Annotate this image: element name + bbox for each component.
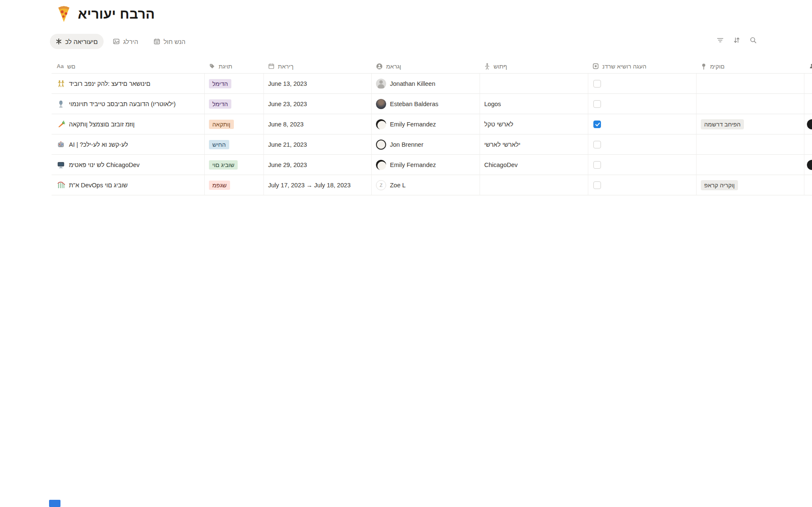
event-name-cell[interactable]: AI | ?כלי-על או נשק-על (52, 134, 205, 155)
date-cell[interactable]: July 17, 2023 → July 18, 2023 (264, 175, 372, 195)
tag-pill[interactable]: מפגש (209, 181, 230, 190)
partner-cell[interactable]: לקט ישראל (480, 114, 588, 134)
filter-icon[interactable] (716, 36, 724, 44)
tags-cell[interactable]: יום גיבוש (205, 155, 264, 175)
person-icon (484, 63, 490, 70)
tags-cell[interactable]: למידה (205, 74, 264, 94)
organizer-cell[interactable]: Esteban Balderas (372, 94, 480, 114)
rsvp-checkbox[interactable] (593, 141, 601, 148)
column-label: תגיות (219, 63, 232, 70)
tab-gallery[interactable]: גלריה (107, 34, 144, 49)
partner-cell[interactable] (480, 74, 588, 94)
tag-icon (209, 63, 215, 69)
organizer-cell[interactable]: Emily Fernandez (372, 155, 480, 175)
partner-cell[interactable]: ChicagoDev (480, 155, 588, 175)
sort-icon[interactable] (733, 36, 741, 44)
tag-pill[interactable]: שיחה (209, 140, 229, 149)
partner-cell[interactable]: ישראל ישראלי (480, 134, 588, 155)
text-icon: Aa (57, 63, 64, 69)
tags-cell[interactable]: למידה (205, 94, 264, 114)
partial-cell[interactable] (804, 175, 812, 195)
column-header-date[interactable]: תאריך (264, 59, 372, 74)
rsvp-cell[interactable] (588, 175, 697, 195)
event-name-cell[interactable]: מיטאפ יוני של ChicagoDev (52, 155, 205, 175)
organizer-cell[interactable]: Jon Brenner (372, 134, 480, 155)
organizer-cell[interactable]: Jonathan Killeen (372, 74, 480, 94)
event-name-cell[interactable]: ת"א DevOps יום גיבוש (52, 175, 205, 195)
person-circle-icon (376, 63, 383, 70)
rsvp-checkbox[interactable] (593, 80, 601, 88)
column-header-name[interactable]: Aa שם (52, 59, 205, 74)
tags-cell[interactable]: מפגש (205, 175, 264, 195)
rsvp-checkbox[interactable] (593, 121, 601, 128)
tag-pill[interactable]: למידה (209, 79, 231, 88)
rsvp-cell[interactable] (588, 134, 697, 155)
location-pill[interactable]: המשרד בחיפה (701, 119, 744, 129)
people-icon (809, 63, 812, 70)
partial-cell[interactable] (804, 114, 812, 134)
tab-all-events[interactable]: כל האירועים (50, 34, 104, 49)
tag-pill[interactable]: האקתון (209, 120, 234, 129)
rsvp-cell[interactable] (588, 155, 697, 175)
column-header-tags[interactable]: תגיות (205, 59, 264, 74)
partial-cell[interactable] (804, 94, 812, 114)
column-label: נדרש אישור הגעה (602, 63, 646, 70)
partial-cell[interactable] (804, 134, 812, 155)
calendar-icon (268, 63, 274, 69)
rsvp-cell[interactable] (588, 94, 697, 114)
location-pill[interactable]: פארק הירקון (701, 180, 738, 190)
column-label: מארגן (386, 63, 401, 70)
organizer-name: Zoe L (390, 182, 406, 189)
tags-cell[interactable]: האקתון (205, 114, 264, 134)
date-cell[interactable]: June 13, 2023 (264, 74, 372, 94)
column-header-partner[interactable]: שותף (480, 59, 588, 74)
partner-cell[interactable]: Logos (480, 94, 588, 114)
location-cell[interactable] (697, 155, 804, 175)
organizer-cell[interactable]: Emily Fernandez (372, 114, 480, 134)
organizer-cell[interactable]: Z Zoe L (372, 175, 480, 195)
partial-cell[interactable] (804, 155, 812, 175)
event-name: מיטאפ יוני של ChicagoDev (69, 162, 140, 168)
table-row: האקתון לצמצום בזבוז מזון האקתון June 8, … (52, 114, 812, 134)
location-cell[interactable]: פארק הירקון (697, 175, 804, 195)
carrot-icon (57, 120, 65, 129)
search-icon[interactable] (749, 36, 757, 44)
rsvp-cell[interactable] (588, 114, 697, 134)
column-label: תאריך (278, 63, 294, 70)
rsvp-checkbox[interactable] (593, 100, 601, 108)
location-cell[interactable] (697, 134, 804, 155)
tag-pill[interactable]: למידה (209, 99, 231, 109)
date-cell[interactable]: June 21, 2023 (264, 134, 372, 155)
column-label: מיקום (710, 63, 724, 70)
rsvp-cell[interactable] (588, 74, 697, 94)
tab-calendar[interactable]: לוח שנה (148, 34, 192, 49)
column-header-rsvp[interactable]: נדרש אישור הגעה (588, 59, 697, 74)
bottom-left-blue-fragment (49, 500, 60, 507)
column-label: שותף (494, 63, 507, 70)
tag-pill[interactable]: יום גיבוש (209, 160, 238, 170)
location-cell[interactable] (697, 74, 804, 94)
event-name-cell[interactable]: יומנויות דיבייט בסביבת העבודה (וירטואלי) (52, 94, 205, 114)
column-header-organizer[interactable]: מארגן (372, 59, 480, 74)
partner-cell[interactable] (480, 175, 588, 195)
table-row: ת"א DevOps יום גיבוש מפגש July 17, 2023 … (52, 175, 812, 195)
location-cell[interactable]: המשרד בחיפה (697, 114, 804, 134)
date-value: June 29, 2023 (268, 162, 307, 168)
organizer-name: Emily Fernandez (390, 162, 436, 168)
desktop-computer-icon (57, 161, 65, 169)
event-name-cell[interactable]: דיבור בפני קהל: צעדים ראשונים (52, 74, 205, 94)
rsvp-checkbox[interactable] (593, 161, 601, 169)
tags-cell[interactable]: שיחה (205, 134, 264, 155)
event-name: האקתון לצמצום בזבוז מזון (69, 121, 134, 128)
location-cell[interactable] (697, 94, 804, 114)
partial-cell[interactable] (804, 74, 812, 94)
column-header-location[interactable]: מיקום (697, 59, 804, 74)
event-name-cell[interactable]: האקתון לצמצום בזבוז מזון (52, 114, 205, 134)
date-cell[interactable]: June 29, 2023 (264, 155, 372, 175)
date-cell[interactable]: June 8, 2023 (264, 114, 372, 134)
date-cell[interactable]: June 23, 2023 (264, 94, 372, 114)
table-header-row: Aa שם תגיות תאריך מארגן שותף (52, 59, 812, 74)
rsvp-checkbox[interactable] (593, 181, 601, 189)
column-header-partial[interactable] (804, 59, 812, 74)
tab-label: כל האירועים (65, 38, 98, 45)
